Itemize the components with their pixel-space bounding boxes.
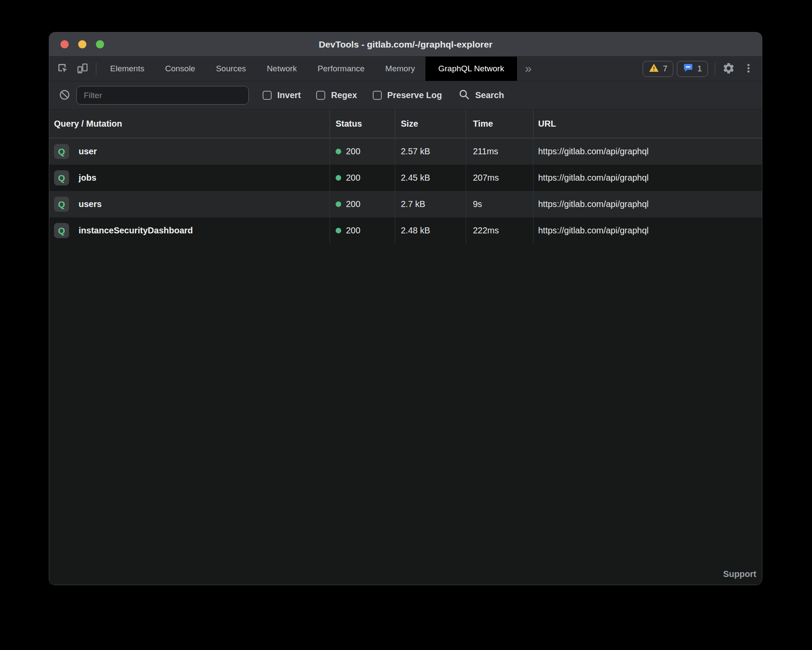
request-url: https://gitlab.com/api/graphql xyxy=(538,147,649,156)
issues-badge[interactable]: 1 xyxy=(677,61,708,77)
tab-label: Console xyxy=(165,64,195,73)
response-size: 2.57 kB xyxy=(401,147,430,156)
warning-count: 7 xyxy=(663,64,668,73)
query-type-badge: Q xyxy=(54,223,69,238)
status-dot-icon xyxy=(336,149,341,154)
inspect-element-icon xyxy=(57,62,69,76)
preserve-log-checkbox[interactable] xyxy=(373,91,382,100)
tab-memory[interactable]: Memory xyxy=(375,57,425,81)
filter-checkboxes: Invert Regex Preserve Log xyxy=(249,90,442,100)
gear-icon xyxy=(722,62,735,76)
column-header-query-mutation[interactable]: Query / Mutation xyxy=(49,110,330,138)
status-dot-icon xyxy=(336,201,341,207)
query-name: instanceSecurityDashboard xyxy=(79,226,193,236)
desktop-background: DevTools - gitlab.com/-/graphql-explorer xyxy=(0,0,812,650)
tab-console[interactable]: Console xyxy=(155,57,206,81)
request-time: 9s xyxy=(473,199,482,209)
status-code: 200 xyxy=(346,226,360,236)
tab-graphql-network[interactable]: GraphQL Network xyxy=(425,57,517,81)
panel-tabs: Elements Console Sources Network Perform… xyxy=(100,57,517,81)
warnings-badge[interactable]: 7 xyxy=(643,61,674,77)
tab-label: Memory xyxy=(385,64,415,73)
request-time: 222ms xyxy=(473,226,499,236)
request-url: https://gitlab.com/api/graphql xyxy=(538,199,649,209)
tab-sources[interactable]: Sources xyxy=(206,57,257,81)
table-row-instancesecuritydashboard[interactable]: Q instanceSecurityDashboard 200 2.48 kB … xyxy=(49,217,762,244)
column-header-url[interactable]: URL xyxy=(533,110,762,138)
controls-divider xyxy=(715,63,715,75)
checkbox-label: Regex xyxy=(331,90,357,100)
invert-checkbox-group[interactable]: Invert xyxy=(263,90,301,100)
clear-filter-button[interactable] xyxy=(58,89,71,102)
status-dot-icon xyxy=(336,228,341,233)
query-name: jobs xyxy=(79,173,96,183)
message-count: 1 xyxy=(697,64,702,73)
tab-label: Elements xyxy=(110,64,144,73)
preserve-log-checkbox-group[interactable]: Preserve Log xyxy=(373,90,442,100)
message-icon xyxy=(683,63,693,75)
device-toolbar-icon xyxy=(76,62,89,76)
query-name: users xyxy=(79,199,102,209)
zoom-button[interactable] xyxy=(96,40,104,48)
support-link[interactable]: Support xyxy=(723,569,756,579)
close-button[interactable] xyxy=(60,40,69,48)
minimize-button[interactable] xyxy=(78,40,86,48)
tab-label: Performance xyxy=(317,64,365,73)
status-dot-icon xyxy=(336,175,341,181)
response-size: 2.7 kB xyxy=(401,199,425,209)
devtools-window: DevTools - gitlab.com/-/graphql-explorer xyxy=(49,32,762,585)
request-list: Q user 200 2.57 kB 211ms https://gitlab.… xyxy=(49,138,762,244)
column-header-status[interactable]: Status xyxy=(330,110,395,138)
more-tabs-chevron-icon: » xyxy=(525,62,532,76)
block-icon xyxy=(59,89,70,102)
column-header-size[interactable]: Size xyxy=(395,110,466,138)
regex-checkbox[interactable] xyxy=(316,91,325,100)
response-size: 2.45 kB xyxy=(401,173,430,183)
checkbox-label: Preserve Log xyxy=(387,90,442,100)
checkbox-label: Invert xyxy=(277,90,301,100)
query-type-badge: Q xyxy=(54,144,69,159)
search-label: Search xyxy=(475,90,504,100)
request-url: https://gitlab.com/api/graphql xyxy=(538,173,649,183)
regex-checkbox-group[interactable]: Regex xyxy=(316,90,357,100)
tab-label: Network xyxy=(267,64,297,73)
tab-network[interactable]: Network xyxy=(257,57,308,81)
status-code: 200 xyxy=(346,173,360,183)
request-time: 207ms xyxy=(473,173,499,183)
traffic-lights xyxy=(49,40,104,48)
search-icon xyxy=(458,89,470,102)
request-time: 211ms xyxy=(473,147,498,156)
more-tabs-button[interactable]: » xyxy=(517,57,539,81)
request-url: https://gitlab.com/api/graphql xyxy=(538,226,649,236)
query-type-badge: Q xyxy=(54,170,69,185)
status-code: 200 xyxy=(346,147,360,156)
tab-label: GraphQL Network xyxy=(438,64,504,73)
tab-performance[interactable]: Performance xyxy=(307,57,375,81)
settings-button[interactable] xyxy=(719,57,739,81)
tab-elements[interactable]: Elements xyxy=(100,57,155,81)
inspect-element-button[interactable] xyxy=(53,57,73,81)
filter-toolbar: Invert Regex Preserve Log Search xyxy=(49,81,762,110)
table-row-jobs[interactable]: Q jobs 200 2.45 kB 207ms https://gitlab.… xyxy=(49,165,762,191)
panel-body: Support xyxy=(49,244,762,585)
status-code: 200 xyxy=(346,199,360,209)
filter-input[interactable] xyxy=(76,86,249,105)
invert-checkbox[interactable] xyxy=(263,91,272,100)
tab-label: Sources xyxy=(216,64,246,73)
response-size: 2.48 kB xyxy=(401,226,430,236)
toolbar-divider xyxy=(96,63,96,75)
titlebar: DevTools - gitlab.com/-/graphql-explorer xyxy=(49,32,762,57)
tabbar-spacer xyxy=(539,57,643,81)
column-header-time[interactable]: Time xyxy=(466,110,533,138)
more-options-button[interactable] xyxy=(739,57,758,81)
tabbar-right-controls: 7 1 xyxy=(643,57,758,81)
devtools-tabbar: Elements Console Sources Network Perform… xyxy=(49,57,762,81)
table-row-users[interactable]: Q users 200 2.7 kB 9s https://gitlab.com… xyxy=(49,191,762,217)
device-toolbar-button[interactable] xyxy=(73,57,92,81)
window-title: DevTools - gitlab.com/-/graphql-explorer xyxy=(49,39,762,50)
table-header: Query / Mutation Status Size Time URL xyxy=(49,110,762,138)
query-type-badge: Q xyxy=(54,197,69,212)
table-row-user[interactable]: Q user 200 2.57 kB 211ms https://gitlab.… xyxy=(49,138,762,165)
query-name: user xyxy=(79,147,97,156)
search-control[interactable]: Search xyxy=(458,89,504,102)
